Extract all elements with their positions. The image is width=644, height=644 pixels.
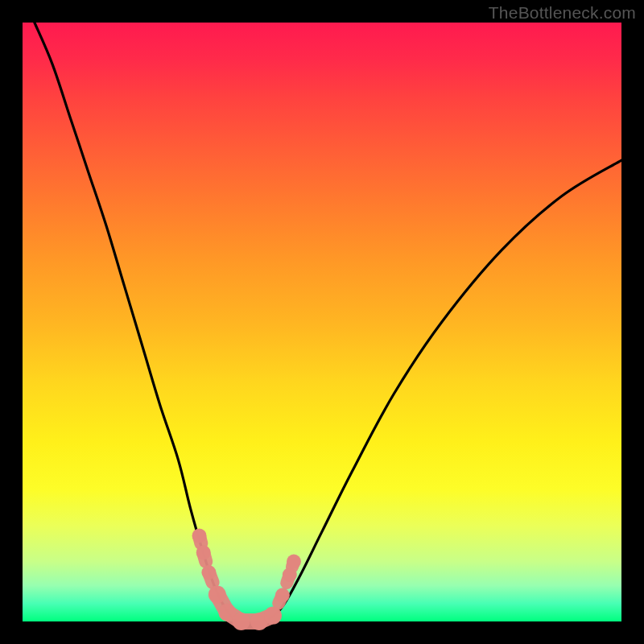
svg-point-15	[283, 568, 297, 582]
svg-point-9	[208, 586, 226, 604]
watermark-text: TheBottleneck.com	[489, 3, 636, 23]
svg-point-8	[201, 565, 216, 580]
chart-canvas: TheBottleneck.com	[0, 0, 644, 644]
svg-point-6	[192, 529, 207, 543]
svg-point-13	[264, 607, 282, 625]
svg-point-14	[275, 588, 290, 602]
bottleneck-curve	[35, 23, 621, 623]
svg-point-7	[196, 545, 211, 559]
svg-point-11	[233, 613, 250, 630]
curve-svg	[23, 23, 621, 621]
plot-area	[23, 23, 621, 621]
highlight-markers	[192, 529, 302, 630]
svg-point-16	[287, 555, 301, 569]
